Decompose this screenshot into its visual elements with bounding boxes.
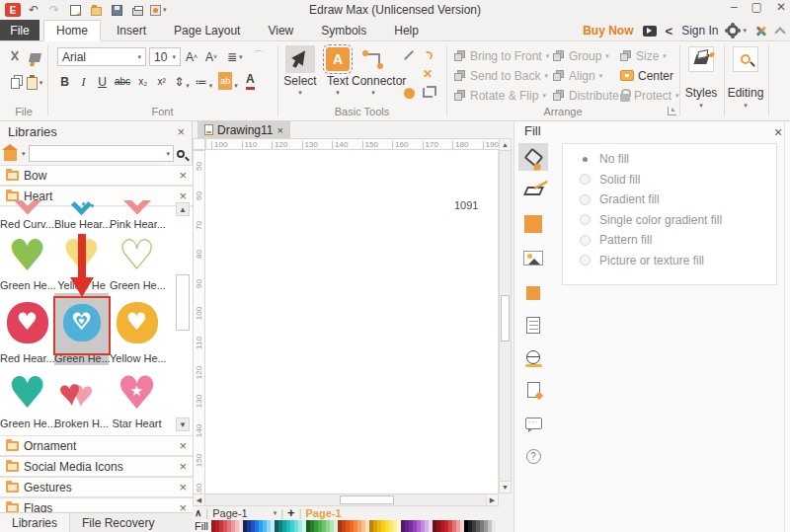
chevron-down-icon[interactable]: ▾ [274,509,277,517]
connector-tool-button[interactable]: Connector▾ [352,45,395,97]
language-icon[interactable] [755,25,767,37]
library-scroll-up-button[interactable]: ▲ [176,202,190,216]
page-link[interactable]: Page-1 [306,507,342,519]
line-spacing-button[interactable]: ⇕▾ [173,72,191,90]
library-search-input[interactable]: ▾ [29,145,174,162]
editing-button[interactable]: Editing ▾ [725,46,766,110]
snapshot-icon[interactable]: ▾ [150,2,167,18]
minimize-button[interactable]: – [731,0,738,14]
bullets-button[interactable]: ≔▾ [195,72,214,90]
library-shape-green-he[interactable]: ♥Green He... [0,232,54,292]
superscript-button[interactable]: x² [154,72,169,90]
radio-unselected-icon[interactable] [580,194,591,205]
close-tab-icon[interactable]: × [276,124,282,136]
library-shape-green-he[interactable]: ♡Green He... [110,232,164,292]
note-panel-button[interactable] [518,376,548,404]
fill-option-no-fill[interactable]: No fill [580,151,629,167]
collapse-pages-icon[interactable]: ∧ [195,507,201,518]
library-shape-blue-hear[interactable]: Blue Hear... [54,200,109,231]
close-section-icon[interactable]: × [179,439,187,452]
font-size-select[interactable]: 10▾ [149,47,181,66]
copy-button[interactable] [6,75,24,91]
fill-panel-button[interactable] [518,143,548,171]
picture-panel-button[interactable] [518,244,548,271]
close-libraries-icon[interactable]: × [177,125,185,138]
page-tab[interactable]: Page-1 [212,507,247,519]
rotate-flip-button[interactable]: Rotate & Flip▾ [454,86,549,105]
library-scroll-down-button[interactable]: ▼ [176,418,190,431]
sign-in-link[interactable]: Sign In [681,24,718,38]
library-section-ornament[interactable]: Ornament× [0,435,193,456]
bottom-tab-libraries[interactable]: Libraries [0,513,70,532]
font-family-select[interactable]: Arial▾ [57,47,146,66]
tab-insert[interactable]: Insert [105,20,158,40]
distribute-button[interactable]: Distribute▾ [553,86,626,105]
search-icon[interactable] [177,150,185,158]
italic-button[interactable]: I [76,72,91,90]
close-section-icon[interactable]: × [179,481,187,494]
maximize-button[interactable]: ▢ [751,0,762,14]
fill-option-pattern-fill[interactable]: Pattern fill [580,232,652,248]
library-shape-star-heart[interactable]: ♥★Star Heart [110,368,164,430]
scroll-right-button[interactable]: ▶ [486,494,499,506]
open-icon[interactable] [88,2,104,18]
radio-unselected-icon[interactable] [580,174,591,185]
subscript-button[interactable]: x₂ [135,72,150,90]
library-shape-broken-h[interactable]: ♥♥Broken H... [54,368,109,430]
size-button[interactable]: Size▾ [620,46,679,65]
scroll-up-button[interactable]: ▲ [499,138,512,151]
fill-option-solid-fill[interactable]: Solid fill [580,172,640,188]
vertical-scrollbar[interactable]: ▲ ▼ [499,138,512,494]
comment-panel-button[interactable]: ··· [518,410,548,437]
library-shape-red-hear[interactable]: ♥Red Hear... [0,293,54,365]
tab-symbols[interactable]: Symbols [309,20,378,40]
print-icon[interactable] [129,2,145,18]
settings-button[interactable]: ▾ [727,25,747,37]
library-section-gestures[interactable]: Gestures× [0,477,193,497]
arc-tool-button[interactable] [420,47,435,63]
help-panel-button[interactable]: ? [518,442,548,470]
increase-font-button[interactable]: A˄ [186,47,198,66]
fill-option-single-color-gradient-fill[interactable]: Single color gradient fill [580,212,722,228]
tab-home[interactable]: Home [43,20,101,41]
cut-button[interactable] [6,49,24,65]
radio-unselected-icon[interactable] [580,255,591,266]
scroll-left-button[interactable]: ◀ [193,494,205,506]
library-shape-red-curv[interactable]: Red Curv... [0,200,54,231]
hyperlink-panel-button[interactable] [518,343,548,371]
radio-unselected-icon[interactable] [580,235,591,246]
scroll-down-button[interactable]: ▼ [499,481,512,494]
styles-button[interactable]: Styles ▾ [680,46,722,110]
horizontal-scroll-thumb[interactable] [340,495,394,504]
save-icon[interactable] [109,2,124,18]
undo-icon[interactable]: ↶ [26,2,41,18]
new-icon[interactable] [67,2,83,18]
paste-button[interactable]: ▾ [26,75,43,91]
tab-page-layout[interactable]: Page Layout [162,20,252,40]
bottom-tab-file-recovery[interactable]: File Recovery [70,513,166,532]
cross-tool-button[interactable]: ✕ [420,66,435,82]
share-icon[interactable]: < [666,24,673,38]
close-fill-panel-icon[interactable]: × [774,124,782,140]
library-shape-green-he[interactable]: ♥♥♥Green He... [54,293,109,365]
library-shape-yellow-he[interactable]: ♥Yellow He [54,232,109,292]
group-button[interactable]: Group▾ [553,46,626,65]
library-section-social-media-icons[interactable]: Social Media Icons× [0,456,193,477]
text-highlight-button[interactable]: ab▾ [217,72,239,90]
tab-file[interactable]: File [0,20,40,40]
horizontal-scrollbar[interactable]: ◀ ▶ [193,494,499,506]
crop-tool-button[interactable] [420,85,435,101]
bold-button[interactable]: B [57,72,72,90]
library-section-bow[interactable]: Bow× [0,165,193,186]
format-painter-button[interactable] [26,49,43,65]
close-section-icon[interactable]: × [179,169,187,182]
text-arc-button[interactable]: ⌒ [253,47,265,66]
tab-drawing11[interactable]: Drawing11 × [198,121,290,138]
redo-icon[interactable]: ↷ [46,2,62,18]
align-button[interactable]: Align▾ [553,66,626,85]
close-button[interactable]: ✕ [776,0,786,14]
buy-now-link[interactable]: Buy Now [583,24,633,38]
select-tool-button[interactable]: Select▾ [282,45,318,97]
library-scrollbar-thumb[interactable] [176,274,190,331]
decrease-font-button[interactable]: A˅ [205,47,217,66]
